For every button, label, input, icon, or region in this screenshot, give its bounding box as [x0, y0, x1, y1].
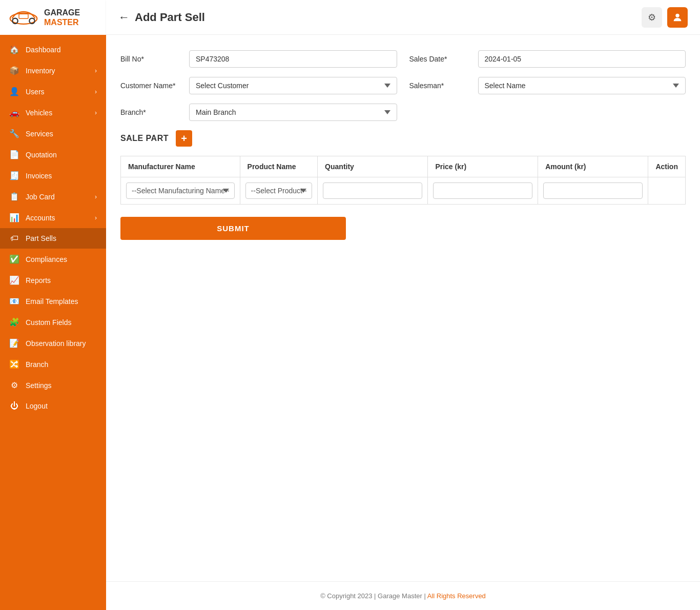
form-row-3: Branch* Main Branch: [120, 104, 686, 121]
sidebar-item-email-templates[interactable]: 📧 Email Templates: [0, 291, 106, 312]
branch-icon: 🔀: [9, 359, 19, 369]
sidebar-label-job-card: Job Card: [26, 193, 55, 201]
logout-icon: ⏻: [9, 401, 19, 411]
sidebar-label-part-sells: Part Sells: [26, 234, 56, 242]
sidebar-label-custom-fields: Custom Fields: [26, 318, 71, 327]
quantity-input[interactable]: [323, 182, 422, 199]
logo-master: MASTER: [44, 17, 80, 27]
sidebar-item-invoices[interactable]: 🧾 Invoices: [0, 165, 106, 186]
submit-button[interactable]: SUBMIT: [120, 217, 346, 240]
price-input[interactable]: [433, 182, 532, 199]
sidebar-item-accounts[interactable]: 📊 Accounts ›: [0, 207, 106, 228]
sidebar-label-compliances: Compliances: [26, 255, 67, 263]
settings-icon: ⚙: [9, 380, 19, 390]
vehicles-icon: 🚗: [9, 108, 19, 117]
sale-part-title: SALE PART: [120, 134, 169, 143]
logo: GARAGE MASTER: [0, 0, 106, 35]
sidebar-item-settings[interactable]: ⚙ Settings: [0, 375, 106, 396]
settings-icon-button[interactable]: ⚙: [642, 7, 662, 28]
sales-date-label: Sales Date*: [409, 55, 471, 63]
footer-text: © Copyright 2023 | Garage Master | All R…: [320, 592, 486, 600]
sidebar-item-quotation[interactable]: 📄 Quotation: [0, 144, 106, 165]
page-title: Add Part Sell: [135, 11, 205, 24]
bill-no-input[interactable]: [189, 50, 397, 68]
customer-name-group: Customer Name* Select Customer: [120, 77, 397, 94]
dashboard-icon: 🏠: [9, 45, 19, 54]
sidebar-item-custom-fields[interactable]: 🧩 Custom Fields: [0, 312, 106, 333]
product-select[interactable]: --Select Product--: [245, 182, 313, 199]
sales-date-input[interactable]: [478, 50, 686, 68]
branch-select[interactable]: Main Branch: [189, 104, 397, 121]
table-header-row: Manufacturer Name Product Name Quantity …: [121, 156, 686, 177]
sidebar: GARAGE MASTER 🏠 Dashboard 📦 Inventory › …: [0, 0, 106, 610]
sidebar-item-inventory[interactable]: 📦 Inventory ›: [0, 60, 106, 81]
product-cell: --Select Product--: [240, 177, 318, 205]
add-part-button[interactable]: +: [176, 130, 192, 147]
back-button[interactable]: ←: [118, 11, 130, 24]
reports-icon: 📈: [9, 275, 19, 285]
sidebar-item-vehicles[interactable]: 🚗 Vehicles ›: [0, 102, 106, 123]
svg-point-4: [675, 13, 679, 17]
col-action: Action: [648, 156, 686, 177]
inventory-arrow-icon: ›: [95, 67, 97, 74]
sidebar-item-compliances[interactable]: ✅ Compliances: [0, 249, 106, 270]
sidebar-label-invoices: Invoices: [26, 172, 52, 180]
bill-no-label: Bill No*: [120, 55, 182, 63]
sidebar-item-branch[interactable]: 🔀 Branch: [0, 354, 106, 375]
sidebar-label-reports: Reports: [26, 276, 51, 284]
sidebar-item-part-sells[interactable]: 🏷 Part Sells: [0, 228, 106, 249]
invoices-icon: 🧾: [9, 171, 19, 180]
topbar-title: ← Add Part Sell: [118, 11, 205, 24]
sidebar-label-inventory: Inventory: [26, 67, 55, 75]
branch-group: Branch* Main Branch: [120, 104, 397, 121]
sidebar-item-users[interactable]: 👤 Users ›: [0, 81, 106, 102]
sales-date-group: Sales Date*: [409, 50, 686, 68]
footer-link[interactable]: All Rights Reserved: [427, 592, 486, 600]
sidebar-nav: 🏠 Dashboard 📦 Inventory › 👤 Users › 🚗 Ve…: [0, 35, 106, 610]
sidebar-item-job-card[interactable]: 📋 Job Card ›: [0, 186, 106, 207]
part-sells-icon: 🏷: [9, 234, 19, 243]
sidebar-label-logout: Logout: [26, 402, 48, 410]
sidebar-item-dashboard[interactable]: 🏠 Dashboard: [0, 39, 106, 60]
sidebar-label-accounts: Accounts: [26, 214, 55, 222]
col-manufacturer: Manufacturer Name: [121, 156, 240, 177]
salesman-group: Salesman* Select Name: [409, 77, 686, 94]
sidebar-label-services: Services: [26, 130, 53, 138]
sidebar-label-users: Users: [26, 88, 45, 96]
price-cell: [428, 177, 538, 205]
footer: © Copyright 2023 | Garage Master | All R…: [106, 581, 700, 610]
quantity-cell: [318, 177, 428, 205]
compliances-icon: ✅: [9, 254, 19, 264]
logo-text: GARAGE MASTER: [44, 8, 80, 27]
user-profile-button[interactable]: [667, 7, 688, 28]
sidebar-item-observation-library[interactable]: 📝 Observation library: [0, 333, 106, 354]
customer-name-label: Customer Name*: [120, 82, 182, 90]
form-row-1: Bill No* Sales Date*: [120, 50, 686, 68]
job-card-arrow-icon: ›: [95, 193, 97, 200]
vehicles-arrow-icon: ›: [95, 109, 97, 116]
branch-label: Branch*: [120, 108, 182, 116]
amount-cell: [538, 177, 648, 205]
table-header: Manufacturer Name Product Name Quantity …: [121, 156, 686, 177]
form-row-2: Customer Name* Select Customer Salesman*…: [120, 77, 686, 94]
salesman-select[interactable]: Select Name: [478, 77, 686, 94]
accounts-icon: 📊: [9, 213, 19, 222]
job-card-icon: 📋: [9, 192, 19, 201]
sale-part-header: SALE PART +: [120, 130, 686, 147]
observation-library-icon: 📝: [9, 338, 19, 348]
manufacturer-select[interactable]: --Select Manufacturing Name--: [126, 182, 235, 199]
sidebar-item-services[interactable]: 🔧 Services: [0, 123, 106, 144]
customer-name-select[interactable]: Select Customer: [189, 77, 397, 94]
sidebar-item-reports[interactable]: 📈 Reports: [0, 270, 106, 291]
quotation-icon: 📄: [9, 150, 19, 159]
action-cell: [648, 177, 686, 205]
topbar: ← Add Part Sell ⚙: [106, 0, 700, 35]
services-icon: 🔧: [9, 129, 19, 138]
col-amount: Amount (kr): [538, 156, 648, 177]
sidebar-item-logout[interactable]: ⏻ Logout: [0, 396, 106, 416]
manufacturer-cell: --Select Manufacturing Name--: [121, 177, 240, 205]
amount-input[interactable]: [543, 182, 643, 199]
inventory-icon: 📦: [9, 66, 19, 75]
users-icon: 👤: [9, 87, 19, 96]
sidebar-label-quotation: Quotation: [26, 151, 57, 159]
